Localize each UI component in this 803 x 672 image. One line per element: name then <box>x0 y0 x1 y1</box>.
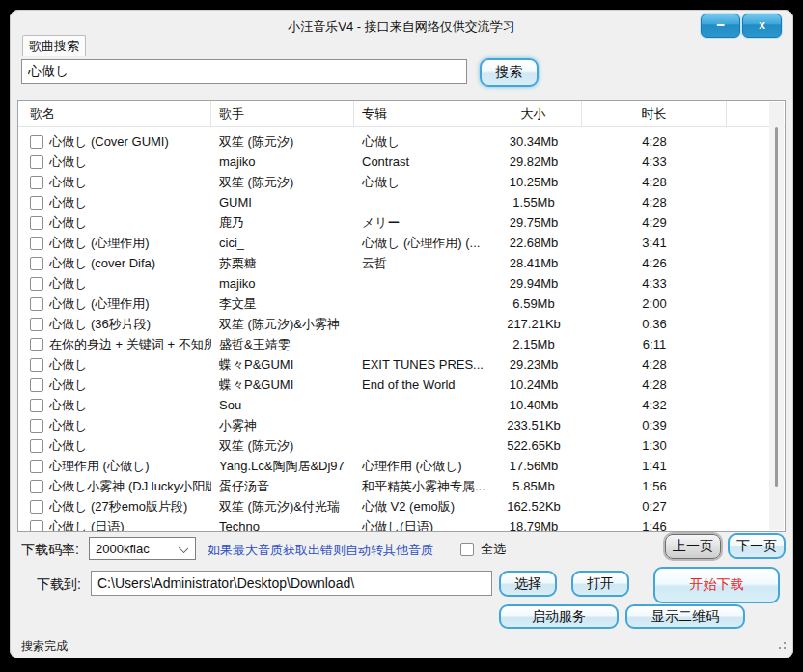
table-row[interactable]: 心做しSou10.40Mb4:32 <box>18 395 785 415</box>
header-size[interactable]: 大小 <box>485 101 582 126</box>
table-header: 歌名 歌手 专辑 大小 时长 <box>18 101 785 127</box>
song-name: 心做し <box>49 417 87 434</box>
row-checkbox[interactable] <box>30 378 43 392</box>
table-row[interactable]: 心做し (27秒emo版片段)双笙 (陈元汐)&付光瑞心做 V2 (emo版)1… <box>18 496 785 517</box>
song-name-cell: 心做し <box>18 174 211 191</box>
row-checkbox[interactable] <box>30 196 43 210</box>
size-cell: 10.25Mb <box>485 175 582 189</box>
row-checkbox[interactable] <box>30 155 43 169</box>
duration-cell: 6:11 <box>582 337 727 351</box>
bitrate-select[interactable]: 2000kflac <box>89 537 196 560</box>
table-row[interactable]: 心做し蝶々P&GUMIEXIT TUNES PRES...29.23Mb4:28 <box>18 354 785 375</box>
artist-cell: 苏栗糖 <box>211 255 354 272</box>
download-to-label: 下载到: <box>37 576 81 594</box>
row-checkbox[interactable] <box>30 277 43 291</box>
row-checkbox[interactable] <box>30 520 43 533</box>
duration-cell: 1:30 <box>582 438 727 453</box>
table-row[interactable]: 心做し双笙 (陈元汐)心做し10.25Mb4:28 <box>18 172 785 192</box>
row-checkbox[interactable] <box>30 318 43 331</box>
search-input[interactable] <box>21 59 467 84</box>
minimize-button[interactable]: ━ <box>701 14 740 38</box>
duration-cell: 2:00 <box>582 296 727 311</box>
row-checkbox[interactable] <box>30 216 43 230</box>
duration-cell: 4:32 <box>582 398 727 412</box>
row-checkbox[interactable] <box>30 500 43 514</box>
table-row[interactable]: 心做し (心理作用)李文星6.59Mb2:00 <box>18 294 785 314</box>
header-artist[interactable]: 歌手 <box>211 101 354 126</box>
row-checkbox[interactable] <box>30 135 43 149</box>
start-download-button[interactable]: 开始下载 <box>653 567 780 603</box>
header-song-name[interactable]: 歌名 <box>18 101 211 126</box>
artist-cell: 蝶々P&GUMI <box>211 377 354 394</box>
song-name-cell: 心做し <box>18 214 211 232</box>
table-row[interactable]: 心做し (cover Difa)苏栗糖云哲28.41Mb4:26 <box>18 253 785 273</box>
size-cell: 18.79Mb <box>485 519 582 532</box>
table-row[interactable]: 心做し (Cover GUMI)双笙 (陈元汐)心做し30.34Mb4:28 <box>18 131 785 152</box>
row-checkbox[interactable] <box>30 176 43 189</box>
table-row[interactable]: 心做し (36秒片段)双笙 (陈元汐)&小雾神217.21Kb0:36 <box>18 314 785 334</box>
song-name: 心做し <box>49 377 87 394</box>
duration-cell: 4:33 <box>582 276 727 291</box>
row-checkbox[interactable] <box>30 358 43 372</box>
next-page-button[interactable]: 下一页 <box>728 533 786 559</box>
album-cell: メリー <box>354 214 485 232</box>
table-row[interactable]: 心做しmajiko29.94Mb4:33 <box>18 273 785 294</box>
titlebar[interactable]: 小汪音乐V4 - 接口来自网络仅供交流学习 ━ x <box>10 10 793 42</box>
row-checkbox[interactable] <box>30 237 43 250</box>
download-path-input[interactable] <box>91 571 492 596</box>
table-row[interactable]: 心做し蝶々P&GUMIEnd of the World10.24Mb4:28 <box>18 375 785 395</box>
album-cell: 心做し(日语) <box>354 518 485 533</box>
row-checkbox[interactable] <box>30 399 43 412</box>
table-row[interactable]: 心做し (心理作用)cici_心做し (心理作用) (...22.68Mb3:4… <box>18 233 785 253</box>
artist-cell: Techno <box>211 519 354 532</box>
row-checkbox[interactable] <box>30 439 43 453</box>
duration-cell: 0:27 <box>582 499 727 514</box>
table-row[interactable]: 心做しGUMI1.55Mb4:28 <box>18 192 785 212</box>
artist-cell: 蝶々P&GUMI <box>211 356 354 374</box>
song-name-cell: 心做し (日语) <box>18 518 211 533</box>
resize-grip[interactable] <box>776 639 786 649</box>
artist-cell: 双笙 (陈元汐) <box>211 437 354 455</box>
table-row[interactable]: 在你的身边 + 关键词 + 不知所...盛哲&王靖雯2.15Mb6:11 <box>18 334 785 354</box>
size-cell: 522.65Kb <box>485 438 582 453</box>
bitrate-value: 2000kflac <box>96 542 150 556</box>
status-text: 搜索完成 <box>21 638 68 655</box>
start-service-button[interactable]: 启动服务 <box>499 604 619 629</box>
table-row[interactable]: 心做しmajikoContrast29.82Mb4:33 <box>18 152 785 172</box>
prev-page-button[interactable]: 上一页 <box>665 534 721 559</box>
table-row[interactable]: 心做し双笙 (陈元汐)522.65Kb1:30 <box>18 435 785 456</box>
table-row[interactable]: 心做し鹿乃メリー29.75Mb4:29 <box>18 212 785 233</box>
row-checkbox[interactable] <box>30 257 43 270</box>
tab-song-search[interactable]: 歌曲搜索 <box>22 35 86 56</box>
show-qr-button[interactable]: 显示二维码 <box>625 604 745 629</box>
album-cell: EXIT TUNES PRES... <box>354 357 485 372</box>
scrollbar-thumb[interactable] <box>775 127 778 487</box>
size-cell: 5.85Mb <box>485 479 582 493</box>
duration-cell: 1:41 <box>582 459 727 473</box>
table-row[interactable]: 心做し (日语)Techno心做し(日语)18.79Mb1:46 <box>18 517 785 532</box>
table-row[interactable]: 心做し小雾神233.51Kb0:39 <box>18 415 785 435</box>
row-checkbox[interactable] <box>30 338 43 351</box>
table-row[interactable]: 心做し小雾神 (DJ lucky小阳版)蛋仔汤音和平精英小雾神专属...5.85… <box>18 476 785 496</box>
row-checkbox[interactable] <box>30 480 43 493</box>
artist-cell: 鹿乃 <box>211 214 354 232</box>
size-cell: 30.34Mb <box>485 134 582 149</box>
header-duration[interactable]: 时长 <box>582 101 727 126</box>
row-checkbox[interactable] <box>30 419 43 433</box>
row-checkbox[interactable] <box>30 460 43 473</box>
song-name: 在你的身边 + 关键词 + 不知所... <box>49 336 211 353</box>
row-checkbox[interactable] <box>30 297 43 311</box>
vertical-scrollbar[interactable] <box>769 102 784 530</box>
search-button[interactable]: 搜索 <box>480 58 539 87</box>
select-all-checkbox[interactable] <box>460 543 474 556</box>
choose-folder-button[interactable]: 选择 <box>499 571 557 597</box>
artist-cell: cici_ <box>211 236 354 250</box>
album-cell: 心做し (心理作用) (... <box>354 235 485 252</box>
open-folder-button[interactable]: 打开 <box>571 571 629 597</box>
size-cell: 1.55Mb <box>485 195 582 210</box>
song-name-cell: 心做し (cover Difa) <box>18 255 211 272</box>
header-album[interactable]: 专辑 <box>354 101 485 126</box>
table-row[interactable]: 心理作用 (心做し)Yang.Lc&陶陶居&Dj97心理作用 (心做し)17.5… <box>18 456 785 476</box>
size-cell: 217.21Kb <box>485 317 582 331</box>
close-button[interactable]: x <box>742 14 782 38</box>
